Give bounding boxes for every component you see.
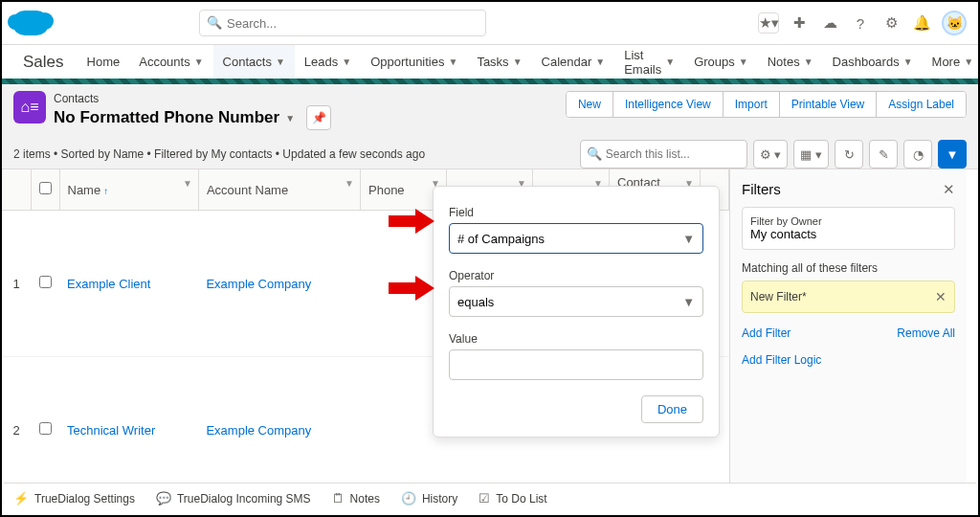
list-search-input[interactable] — [580, 140, 747, 169]
help-icon[interactable]: ? — [850, 12, 871, 34]
nav-leads[interactable]: Leads▼ — [295, 44, 361, 80]
chat-icon: 💬 — [156, 491, 171, 506]
utility-bar: ⚡TrueDialog Settings 💬TrueDialog Incomin… — [4, 483, 976, 513]
row-checkbox[interactable] — [31, 357, 59, 504]
chevron-down-icon: ▼ — [595, 56, 605, 67]
match-all-label: Matching all of these filters — [742, 261, 955, 275]
add-icon[interactable]: ✚ — [789, 12, 810, 34]
intelligence-view-button[interactable]: Intelligence View — [612, 92, 723, 117]
account-name-link[interactable]: Example Company — [206, 277, 311, 291]
close-icon[interactable]: ✕ — [943, 181, 955, 198]
field-label: Field — [449, 206, 703, 219]
value-label: Value — [449, 332, 703, 346]
col-name[interactable]: Name↑▼ — [59, 169, 198, 211]
chevron-down-icon: ▼ — [276, 56, 285, 67]
remove-all-link[interactable]: Remove All — [897, 326, 955, 340]
account-name-link[interactable]: Example Company — [206, 423, 311, 438]
nav-contacts[interactable]: Contacts▼ — [213, 45, 295, 81]
util-history[interactable]: 🕘History — [401, 491, 457, 506]
util-truedialog-sms[interactable]: 💬TrueDialog Incoming SMS — [156, 491, 311, 506]
inline-edit-icon[interactable]: ✎ — [869, 140, 898, 169]
callout-arrow-field — [389, 211, 436, 232]
remove-filter-icon[interactable]: ✕ — [935, 289, 947, 304]
value-input[interactable] — [449, 349, 703, 380]
list-view-name[interactable]: No Formatted Phone Number — [54, 108, 279, 127]
global-header: 🔍 ★▾ ✚ ☁ ? ⚙ 🔔 🐱 — [2, 2, 978, 45]
add-filter-link[interactable]: Add Filter — [742, 326, 791, 340]
nav-dashboards[interactable]: Dashboards▼ — [823, 44, 923, 80]
list-subinfo: 2 items • Sorted by Name • Filtered by M… — [13, 147, 425, 161]
chevron-down-icon: ▼ — [903, 56, 913, 67]
new-filter-chip[interactable]: New Filter* ✕ — [742, 281, 955, 313]
nav-list-emails[interactable]: List Emails▼ — [614, 44, 684, 80]
field-select-value: # of Campaigns — [457, 232, 545, 246]
operator-label: Operator — [449, 269, 703, 282]
assign-label-button[interactable]: Assign Label — [876, 92, 966, 117]
contact-name-link[interactable]: Example Client — [67, 277, 150, 291]
field-select[interactable]: # of Campaigns ▼ — [449, 223, 703, 254]
user-avatar[interactable]: 🐱 — [942, 11, 967, 35]
checklist-icon: ☑ — [479, 491, 490, 506]
nav-groups[interactable]: Groups▼ — [684, 44, 758, 80]
nav-home[interactable]: Home — [78, 44, 130, 80]
new-button[interactable]: New — [567, 92, 612, 117]
row-number: 2 — [2, 357, 31, 504]
filter-editor-popover: Field # of Campaigns ▼ Operator equals ▼… — [433, 186, 720, 438]
nav-opportunities[interactable]: Opportunities▼ — [361, 44, 467, 80]
chevron-down-icon: ▼ — [682, 295, 695, 309]
salesforce-logo-icon — [13, 11, 48, 35]
pin-list-button[interactable]: 📌 — [306, 105, 331, 130]
list-view-switcher-icon[interactable]: ▼ — [285, 113, 295, 124]
sort-asc-icon: ↑ — [103, 186, 108, 196]
chart-icon[interactable]: ◔ — [903, 140, 932, 169]
chevron-down-icon: ▼ — [194, 56, 204, 67]
util-todo[interactable]: ☑To Do List — [479, 491, 546, 506]
nav-tasks[interactable]: Tasks▼ — [467, 44, 531, 80]
contact-name-link[interactable]: Technical Writer — [67, 423, 155, 438]
col-rownum — [2, 169, 31, 211]
clock-icon: 🕘 — [401, 491, 416, 506]
util-truedialog-settings[interactable]: ⚡TrueDialog Settings — [13, 491, 135, 506]
search-icon: 🔍 — [587, 146, 602, 161]
filter-by-owner-card[interactable]: Filter by Owner My contacts — [742, 207, 955, 250]
list-controls: 🔍 ⚙ ▾ ▦ ▾ ↻ ✎ ◔ ▼ — [580, 140, 967, 169]
done-button[interactable]: Done — [641, 395, 703, 423]
import-button[interactable]: Import — [723, 92, 779, 117]
col-select-all[interactable] — [31, 169, 59, 211]
operator-select-value: equals — [457, 295, 494, 309]
chevron-down-icon: ▼ — [342, 56, 351, 67]
global-search-input[interactable] — [199, 10, 486, 36]
list-header-actions: New Intelligence View Import Printable V… — [566, 91, 967, 118]
list-settings-gear-icon[interactable]: ⚙ ▾ — [753, 140, 789, 169]
header-actions: ★▾ ✚ ☁ ? ⚙ 🔔 🐱 — [758, 11, 967, 35]
row-number: 1 — [2, 211, 31, 357]
notifications-bell-icon[interactable]: 🔔 — [911, 12, 932, 34]
nav-calendar[interactable]: Calendar▼ — [532, 44, 615, 80]
nav-more[interactable]: More▼ — [923, 44, 980, 80]
setup-gear-icon[interactable]: ⚙ — [880, 12, 902, 34]
chevron-down-icon[interactable]: ▼ — [183, 178, 192, 189]
display-as-table-icon[interactable]: ▦ ▾ — [793, 140, 829, 169]
callout-arrow-operator — [389, 278, 436, 299]
col-account-name[interactable]: Account Name▼ — [198, 169, 360, 211]
nav-notes[interactable]: Notes▼ — [758, 44, 823, 80]
chevron-down-icon: ▼ — [739, 56, 748, 67]
row-checkbox[interactable] — [31, 211, 59, 357]
filters-panel: Filters ✕ Filter by Owner My contacts Ma… — [729, 169, 967, 504]
util-notes[interactable]: 🗒Notes — [332, 491, 380, 506]
printable-view-button[interactable]: Printable View — [779, 92, 877, 117]
favorites-icon[interactable]: ★▾ — [758, 12, 779, 34]
nav-accounts[interactable]: Accounts▼ — [129, 44, 212, 80]
refresh-icon[interactable]: ↻ — [835, 140, 863, 169]
chevron-down-icon: ▼ — [448, 56, 457, 67]
filters-title: Filters — [742, 181, 955, 197]
filter-icon[interactable]: ▼ — [938, 140, 967, 169]
chevron-down-icon: ▼ — [682, 232, 695, 246]
add-filter-logic-link[interactable]: Add Filter Logic — [742, 353, 821, 367]
chevron-down-icon: ▼ — [665, 56, 675, 67]
object-label: Contacts — [54, 92, 99, 105]
chevron-down-icon[interactable]: ▼ — [345, 178, 354, 189]
operator-select[interactable]: equals ▼ — [449, 286, 703, 317]
trailhead-icon[interactable]: ☁ — [819, 12, 840, 34]
contacts-object-icon: ⌂≡ — [13, 91, 46, 124]
